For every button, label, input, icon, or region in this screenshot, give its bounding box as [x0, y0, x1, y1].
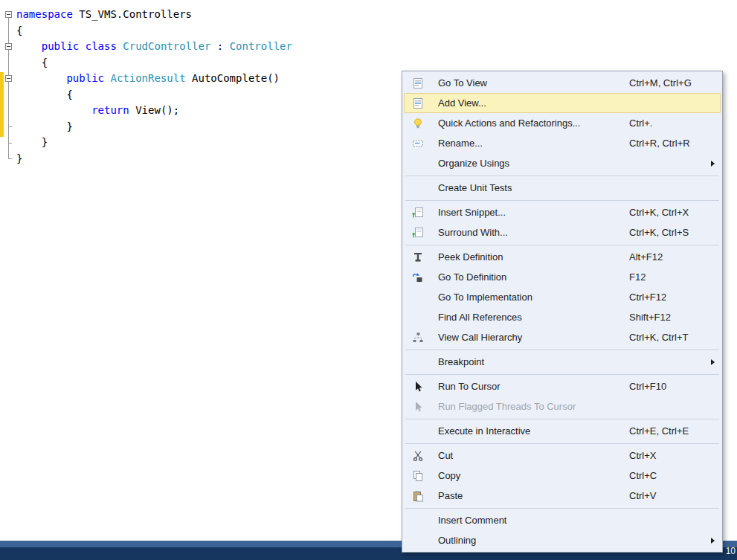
goto-definition-icon: [411, 271, 425, 284]
call-hierarchy-icon: [411, 331, 425, 344]
menu-item-shortcut: Shift+F12: [629, 312, 671, 323]
copy-icon: [411, 469, 425, 483]
fold-collapse-box-class[interactable]: [5, 43, 12, 50]
menu-item-cut[interactable]: CutCtrl+X: [402, 445, 722, 466]
run-to-cursor-icon: [411, 380, 425, 393]
menu-item-shortcut: Ctrl+E, Ctrl+E: [629, 425, 689, 437]
menu-item-label: Cut: [438, 450, 453, 461]
fold-collapse-box-method[interactable]: [5, 75, 12, 82]
menu-item-shortcut: Ctrl+C: [629, 470, 657, 481]
menu-item-shortcut: F12: [629, 271, 646, 283]
menu-item-run-flagged-threads-to-cursor: Run Flagged Threads To Cursor: [402, 396, 722, 416]
cut-icon: [411, 449, 425, 463]
menu-item-icon-slot: [411, 425, 425, 438]
menu-item-shortcut: Ctrl+M, Ctrl+G: [629, 77, 692, 88]
menu-separator: [405, 419, 719, 419]
menu-separator: [405, 443, 719, 444]
menu-item-view-call-hierarchy[interactable]: View Call HierarchyCtrl+K, Ctrl+T: [402, 327, 722, 347]
menu-item-icon-slot: [411, 157, 425, 170]
menu-item-breakpoint[interactable]: Breakpoint: [402, 352, 722, 372]
rename-icon: [411, 137, 425, 150]
menu-item-icon-slot: [411, 291, 425, 304]
goto-view-icon: [411, 77, 425, 90]
code-line: {: [16, 23, 737, 39]
menu-separator: [405, 508, 719, 509]
menu-item-label: Execute in Interactive: [438, 425, 530, 437]
menu-item-surround-with[interactable]: Surround With...Ctrl+K, Ctrl+S: [402, 222, 722, 242]
menu-item-shortcut: Alt+F12: [629, 251, 663, 263]
menu-item-execute-in-interactive[interactable]: Execute in InteractiveCtrl+E, Ctrl+E: [402, 421, 722, 441]
menu-item-peek-definition[interactable]: Peek DefinitionAlt+F12: [402, 247, 722, 267]
menu-item-shortcut: Ctrl+F10: [629, 381, 666, 392]
menu-item-label: View Call Hierarchy: [438, 332, 522, 343]
menu-item-label: Run Flagged Threads To Cursor: [438, 401, 576, 412]
submenu-arrow-icon: [711, 161, 715, 167]
menu-item-insert-snippet[interactable]: Insert Snippet...Ctrl+K, Ctrl+X: [402, 202, 722, 222]
menu-item-shortcut: Ctrl+K, Ctrl+T: [629, 332, 688, 343]
menu-item-add-view[interactable]: Add View...: [404, 93, 721, 113]
menu-item-shortcut: Ctrl+R, Ctrl+R: [629, 138, 690, 149]
menu-item-label: Go To Implementation: [438, 292, 532, 303]
menu-item-label: Insert Comment: [438, 515, 506, 526]
fold-end-tick: [8, 126, 12, 127]
menu-item-paste[interactable]: PasteCtrl+V: [402, 486, 722, 506]
menu-item-go-to-definition[interactable]: Go To DefinitionF12: [402, 267, 722, 287]
menu-separator: [405, 200, 719, 201]
menu-item-label: Surround With...: [438, 227, 508, 238]
menu-item-shortcut: Ctrl+K, Ctrl+X: [629, 207, 689, 218]
menu-item-label: Go To View: [438, 77, 487, 88]
menu-item-go-to-implementation[interactable]: Go To ImplementationCtrl+F12: [402, 287, 722, 307]
code-line: {: [16, 55, 737, 71]
paste-icon: [411, 489, 425, 503]
insert-snippet-icon: [411, 206, 425, 219]
change-tracking-bar: [0, 72, 4, 137]
submenu-arrow-icon: [711, 538, 715, 544]
menu-item-shortcut: Ctrl+.: [629, 118, 652, 129]
menu-item-label: Find All References: [438, 312, 522, 323]
menu-item-shortcut: Ctrl+X: [629, 450, 656, 461]
menu-separator: [405, 350, 719, 350]
menu-item-insert-comment[interactable]: Insert Comment: [402, 510, 722, 530]
menu-item-label: Peek Definition: [438, 251, 503, 263]
submenu-arrow-icon: [711, 359, 715, 365]
fold-collapse-box-namespace[interactable]: [5, 11, 12, 18]
menu-item-label: Outlining: [438, 535, 476, 546]
menu-item-organize-usings[interactable]: Organize Usings: [402, 153, 722, 173]
menu-item-create-unit-tests[interactable]: Create Unit Tests: [402, 178, 722, 198]
menu-item-icon-slot: [411, 181, 425, 195]
add-view-icon: [411, 97, 425, 110]
fold-structure-line: [8, 18, 9, 159]
menu-item-shortcut: Ctrl+F12: [629, 292, 666, 303]
surround-with-icon: [411, 226, 425, 239]
menu-item-outlining[interactable]: Outlining: [402, 530, 722, 550]
menu-separator: [405, 245, 719, 245]
lightbulb-icon: [411, 117, 425, 130]
menu-item-rename[interactable]: Rename...Ctrl+R, Ctrl+R: [402, 133, 722, 153]
menu-item-label: Quick Actions and Refactorings...: [438, 118, 580, 129]
menu-item-label: Copy: [438, 470, 460, 481]
status-right-text: 10: [726, 546, 736, 556]
menu-item-label: Go To Definition: [438, 271, 506, 283]
menu-item-label: Create Unit Tests: [438, 182, 512, 193]
menu-item-label: Breakpoint: [438, 356, 484, 367]
menu-item-icon-slot: [411, 534, 425, 547]
menu-item-label: Insert Snippet...: [438, 207, 506, 218]
peek-definition-icon: [411, 251, 425, 264]
menu-item-quick-actions-and-refactorings[interactable]: Quick Actions and Refactorings...Ctrl+.: [402, 113, 722, 133]
fold-end-tick: [8, 158, 12, 159]
menu-item-find-all-references[interactable]: Find All ReferencesShift+F12: [402, 307, 722, 327]
menu-item-run-to-cursor[interactable]: Run To CursorCtrl+F10: [402, 376, 722, 396]
menu-item-icon-slot: [411, 355, 425, 369]
menu-item-icon-slot: [411, 311, 425, 324]
editor-context-menu: Go To ViewCtrl+M, Ctrl+GAdd View...Quick…: [402, 71, 723, 553]
run-flagged-icon: [411, 400, 425, 413]
menu-item-label: Organize Usings: [438, 158, 509, 169]
menu-separator: [405, 176, 719, 176]
menu-item-copy[interactable]: CopyCtrl+C: [402, 466, 722, 486]
menu-item-icon-slot: [411, 514, 425, 527]
code-line: namespace TS_VMS.Controllers: [16, 7, 737, 23]
menu-item-label: Add View...: [438, 97, 486, 109]
fold-end-tick: [8, 143, 12, 144]
menu-item-go-to-view[interactable]: Go To ViewCtrl+M, Ctrl+G: [402, 73, 722, 93]
menu-item-label: Run To Cursor: [438, 381, 501, 392]
